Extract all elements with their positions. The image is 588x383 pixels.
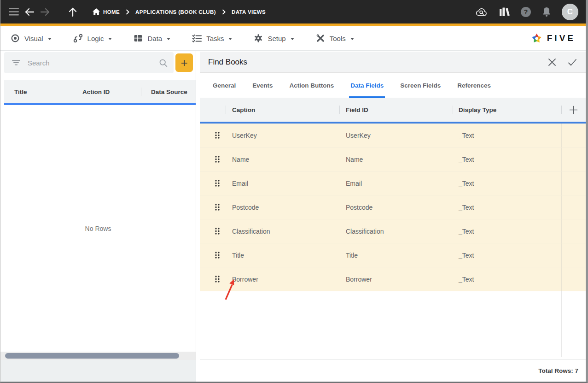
forward-icon[interactable] xyxy=(37,4,53,20)
caret-down-icon xyxy=(350,38,354,40)
drag-handle-icon[interactable] xyxy=(214,274,221,284)
breadcrumb-label: HOME xyxy=(103,9,120,15)
column-header-data-source: Data Source xyxy=(141,88,196,95)
drag-handle-icon[interactable] xyxy=(214,130,221,140)
tab-references[interactable]: References xyxy=(449,73,499,98)
field-row-userkey[interactable]: UserKey UserKey _Text xyxy=(200,124,586,147)
chevron-right-icon xyxy=(126,9,129,15)
tools-icon xyxy=(316,34,325,43)
field-row-name[interactable]: Name Name _Text xyxy=(200,147,586,171)
five-pinwheel-icon xyxy=(530,32,543,45)
breadcrumb: HOME APPLICATIONS (BOOK CLUB) DATA VIEWS xyxy=(93,8,266,15)
tab-general[interactable]: General xyxy=(204,73,244,98)
menubar: Visual Logic Data Tasks xyxy=(0,26,586,51)
display-type-cell: _Text xyxy=(453,204,561,211)
display-type-cell: _Text xyxy=(453,276,561,283)
column-header-action-id: Action ID xyxy=(73,88,141,95)
eye-icon xyxy=(11,34,20,43)
caret-down-icon xyxy=(48,38,52,40)
library-icon[interactable] xyxy=(498,6,510,18)
caption-cell: Postcode xyxy=(226,204,339,211)
menu-visual[interactable]: Visual xyxy=(11,34,52,43)
caret-down-icon xyxy=(108,38,112,40)
drag-handle-icon[interactable] xyxy=(214,154,221,164)
field-id-cell: UserKey xyxy=(339,132,453,139)
row-tail-cell xyxy=(561,171,586,195)
horizontal-scrollbar[interactable] xyxy=(0,352,196,360)
check-icon[interactable] xyxy=(565,55,579,69)
column-header-caption: Caption xyxy=(226,98,339,122)
menu-tasks[interactable]: Tasks xyxy=(192,34,232,43)
menu-setup[interactable]: Setup xyxy=(254,34,294,43)
row-tail-cell xyxy=(561,147,586,171)
display-type-cell: _Text xyxy=(453,156,561,163)
user-avatar[interactable]: C xyxy=(562,4,578,20)
breadcrumb-label: DATA VIEWS xyxy=(232,9,266,15)
avatar-initial: C xyxy=(567,7,573,17)
menu-tools[interactable]: Tools xyxy=(316,34,354,43)
menu-data[interactable]: Data xyxy=(134,34,170,43)
tab-label: General xyxy=(213,82,236,89)
menu-label: Data xyxy=(147,35,162,42)
row-tail-cell xyxy=(561,124,586,147)
tab-events[interactable]: Events xyxy=(244,73,281,98)
tab-label: References xyxy=(457,82,491,89)
left-panel: + Title Action ID Data Source No Rows xyxy=(0,51,196,382)
search-row: + xyxy=(0,51,196,75)
add-column-cell xyxy=(561,98,586,122)
row-tail-cell xyxy=(561,219,586,243)
menu-label: Setup xyxy=(268,35,285,42)
drag-column-header xyxy=(200,98,226,122)
drag-handle-icon[interactable] xyxy=(214,250,221,260)
menu-label: Tools xyxy=(330,35,346,42)
flow-icon xyxy=(73,34,83,43)
tab-label: Screen Fields xyxy=(400,82,441,89)
display-type-cell: _Text xyxy=(453,180,561,187)
up-icon[interactable] xyxy=(65,4,81,20)
tab-screen-fields[interactable]: Screen Fields xyxy=(392,73,449,98)
drag-handle-icon[interactable] xyxy=(214,226,221,236)
drag-handle-icon[interactable] xyxy=(214,202,221,212)
help-icon[interactable]: ? xyxy=(520,6,531,18)
breadcrumb-home[interactable]: HOME xyxy=(93,8,120,15)
caption-cell: Borrower xyxy=(226,276,339,283)
app-window: HOME APPLICATIONS (BOOK CLUB) DATA VIEWS… xyxy=(0,0,588,383)
field-row-classification[interactable]: Classification Classification _Text xyxy=(200,219,586,243)
hamburger-menu-icon[interactable] xyxy=(6,4,22,20)
caption-cell: Classification xyxy=(226,228,339,235)
field-row-borrower[interactable]: Borrower Borrower _Text xyxy=(200,267,586,291)
plus-icon: + xyxy=(180,57,187,69)
caret-down-icon xyxy=(167,38,170,40)
empty-state-text: No Rows xyxy=(85,225,111,232)
caption-cell: Name xyxy=(226,156,339,163)
add-field-button[interactable] xyxy=(567,103,581,117)
drag-handle-icon[interactable] xyxy=(214,178,221,188)
field-id-cell: Email xyxy=(339,180,453,187)
tab-label: Action Buttons xyxy=(290,82,334,89)
tab-action-buttons[interactable]: Action Buttons xyxy=(281,73,343,98)
close-icon[interactable] xyxy=(545,55,559,69)
breadcrumb-applications[interactable]: APPLICATIONS (BOOK CLUB) xyxy=(135,9,216,15)
field-row-postcode[interactable]: Postcode Postcode _Text xyxy=(200,195,586,219)
left-panel-footer xyxy=(0,360,196,382)
caption-cell: UserKey xyxy=(226,132,339,139)
home-icon xyxy=(93,8,100,15)
tab-data-fields[interactable]: Data Fields xyxy=(342,73,392,98)
menu-logic[interactable]: Logic xyxy=(73,34,112,43)
search-icon[interactable] xyxy=(158,58,168,68)
add-view-button[interactable]: + xyxy=(175,53,193,72)
breadcrumb-data-views[interactable]: DATA VIEWS xyxy=(232,9,266,15)
back-icon[interactable] xyxy=(22,4,37,20)
table-footer: Total Rows: 7 xyxy=(200,359,586,382)
field-row-title[interactable]: Title Title _Text xyxy=(200,243,586,267)
checklist-icon xyxy=(192,34,202,43)
cloud-search-icon[interactable] xyxy=(475,7,488,17)
field-row-email[interactable]: Email Email _Text xyxy=(200,171,586,195)
tab-bar: General Events Action Buttons Data Field… xyxy=(200,73,586,98)
chevron-right-icon xyxy=(222,9,226,15)
search-input[interactable] xyxy=(28,59,158,67)
notifications-bell-icon[interactable] xyxy=(541,6,552,18)
caret-down-icon xyxy=(228,38,232,40)
left-table-header: Title Action ID Data Source xyxy=(4,80,196,103)
scrollbar-thumb[interactable] xyxy=(5,353,179,359)
